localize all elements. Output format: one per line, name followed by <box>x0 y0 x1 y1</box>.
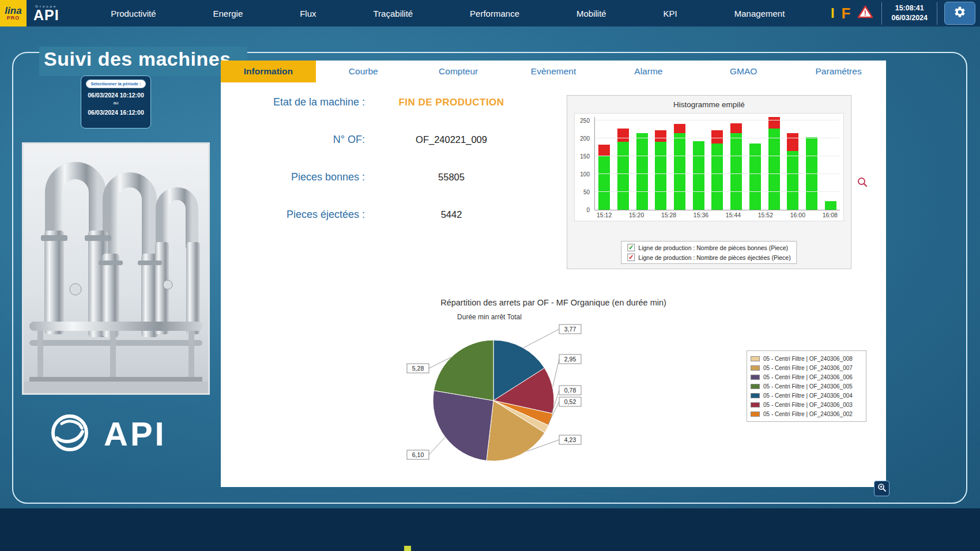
settings-button[interactable] <box>944 2 975 25</box>
pie-slice[interactable] <box>433 391 493 461</box>
tab-parametres[interactable]: Paramétres <box>791 61 886 82</box>
stacked-bar[interactable] <box>655 130 666 210</box>
pie-legend-item: 05 - Centri Filtre | OF_240306_006 <box>751 372 862 382</box>
pie-slice[interactable] <box>434 340 494 401</box>
y-tick-label: 0 <box>586 207 590 213</box>
legend-good-parts[interactable]: ✓ Ligne de production : Nombre de pièces… <box>627 244 790 251</box>
legend-label: 05 - Centri Filtre | OF_240306_005 <box>763 383 853 390</box>
indicator-i[interactable]: I <box>831 5 835 21</box>
pie-legend-item: 05 - Centri Filtre | OF_240306_007 <box>751 363 862 372</box>
menu-item-kpi[interactable]: KPI <box>660 6 681 21</box>
api-brandmark-text: API <box>104 417 167 451</box>
api-logo[interactable]: Groupe API <box>33 5 59 22</box>
tab-alarme[interactable]: Alarme <box>601 61 696 82</box>
lina-logo[interactable]: lina PRO <box>0 0 27 27</box>
pie-legend-item: 05 - Centri Filtre | OF_240306_002 <box>751 409 862 418</box>
svg-text:3,77: 3,77 <box>564 326 576 333</box>
info-label: N° OF: <box>221 134 365 146</box>
pie-subtitle: Durée min arrêt Total <box>345 313 634 321</box>
x-tick-label: 15:12 <box>597 212 612 220</box>
main-menu: Productivité Energie Flux Traçabilité Pe… <box>82 6 813 21</box>
histogram-zoom-button[interactable] <box>856 176 869 190</box>
legend-label: Ligne de production : Nombre de pièces é… <box>638 254 790 261</box>
pie-legend-item: 05 - Centri Filtre | OF_240306_003 <box>751 400 862 409</box>
checkbox-good-parts[interactable]: ✓ <box>627 244 635 251</box>
expand-view-button[interactable] <box>874 481 889 496</box>
api-brandmark: API <box>48 412 167 456</box>
api-brand-text: API <box>33 8 59 22</box>
legend-label: 05 - Centri Filtre | OF_240306_002 <box>763 411 853 417</box>
period-end[interactable]: 06/03/2024 16:12:00 <box>88 109 144 116</box>
x-tick-label: 15:52 <box>758 212 773 220</box>
y-tick-label: 50 <box>583 189 590 195</box>
histogram-panel: Histogramme empilé 050100150200250 15:12… <box>567 95 851 269</box>
api-swirl-icon <box>48 412 91 456</box>
menu-item-energie[interactable]: Energie <box>210 6 247 21</box>
checkbox-ejected-parts[interactable]: ✓ <box>627 254 635 261</box>
gridline <box>595 138 840 138</box>
tab-bar: Information Courbe Compteur Evènement Al… <box>221 61 886 82</box>
stacked-bar[interactable] <box>674 124 685 210</box>
tab-evenement[interactable]: Evènement <box>506 61 601 82</box>
x-tick-label: 15:44 <box>726 212 741 220</box>
menu-item-management[interactable]: Management <box>731 6 789 21</box>
pie-chart: 3,772,950,780,524,236,105,28 <box>323 321 611 475</box>
gridline <box>595 191 840 192</box>
menu-item-productivite[interactable]: Productivité <box>107 6 159 21</box>
svg-text:!: ! <box>864 9 866 17</box>
info-row-ejected-parts: Pieces éjectées : 5442 <box>221 209 567 246</box>
legend-ejected-parts[interactable]: ✓ Ligne de production : Nombre de pièces… <box>627 254 790 261</box>
stacked-bar[interactable] <box>693 141 704 210</box>
stacked-bar[interactable] <box>787 133 798 210</box>
tab-gmao[interactable]: GMAO <box>696 61 791 82</box>
stacked-bar[interactable] <box>598 145 610 210</box>
tab-courbe[interactable]: Courbe <box>316 61 411 82</box>
pie-title: Répartition des arrets par OF - MF Organ… <box>221 298 886 307</box>
status-indicators: I F ! <box>831 5 874 22</box>
magnifier-plus-icon <box>877 483 887 494</box>
stacked-bar[interactable] <box>749 144 761 210</box>
machine-photo <box>22 142 210 395</box>
legend-label: 05 - Centri Filtre | OF_240306_004 <box>763 393 853 399</box>
legend-swatch <box>751 402 760 407</box>
stacked-bar[interactable] <box>730 123 742 210</box>
menu-item-tracabilite[interactable]: Traçabilité <box>370 6 417 21</box>
period-separator: au <box>114 100 119 105</box>
page-title: Suivi des machines <box>39 47 247 76</box>
menu-item-flux[interactable]: Flux <box>296 6 319 21</box>
y-tick-label: 100 <box>580 171 590 178</box>
histogram-title: Histogramme empilé <box>567 100 851 109</box>
x-tick-label: 16:08 <box>823 212 838 220</box>
y-tick-label: 250 <box>580 118 590 124</box>
good-parts-value: 55805 <box>365 172 538 183</box>
legend-swatch <box>751 412 760 417</box>
menu-item-mobilite[interactable]: Mobilité <box>573 6 610 21</box>
tab-compteur[interactable]: Compteur <box>411 61 506 82</box>
stacked-bar[interactable] <box>636 133 648 210</box>
tab-information[interactable]: Information <box>221 61 316 82</box>
pie-legend-item: 05 - Centri Filtre | OF_240306_004 <box>751 391 862 400</box>
x-tick-label: 16:00 <box>790 212 805 220</box>
menu-item-performance[interactable]: Performance <box>466 6 523 21</box>
info-label: Etat de la machine : <box>221 96 365 108</box>
clock-time: 15:08:41 <box>891 3 928 14</box>
gridline <box>595 156 840 156</box>
stacked-bar[interactable] <box>825 201 836 210</box>
legend-swatch <box>751 356 760 361</box>
select-period-button[interactable]: Sélectionner la période : <box>86 80 145 88</box>
stacked-bar[interactable] <box>617 129 629 210</box>
x-tick-label: 15:36 <box>693 212 708 220</box>
indicator-f[interactable]: F <box>842 5 851 22</box>
gridline <box>595 120 840 120</box>
legend-swatch <box>751 384 760 389</box>
info-row-of: N° OF: OF_240221_009 <box>221 134 567 171</box>
x-tick-label: 15:20 <box>629 212 644 220</box>
warning-icon[interactable]: ! <box>857 5 873 21</box>
histogram-chart: 050100150200250 15:1215:2015:2815:3615:4… <box>574 113 844 221</box>
svg-text:6,10: 6,10 <box>412 451 424 458</box>
stacked-bar[interactable] <box>711 130 723 210</box>
legend-label: 05 - Centri Filtre | OF_240306_007 <box>763 365 853 371</box>
clock: 15:08:41 06/03/2024 <box>881 2 937 25</box>
period-start[interactable]: 06/03/2024 10:12:00 <box>88 92 144 99</box>
stacked-bar[interactable] <box>768 117 780 210</box>
